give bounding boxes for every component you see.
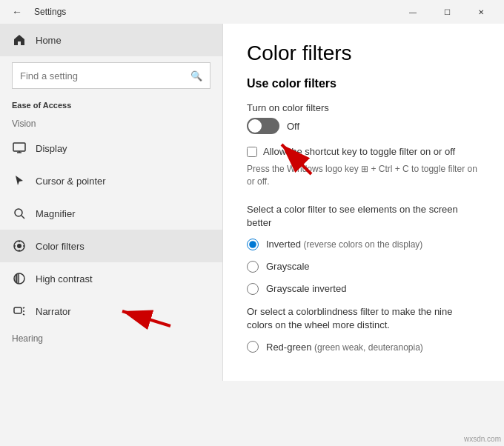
radio-grayscale[interactable]: Grayscale (247, 261, 480, 273)
colorblind-label: Or select a colorblindness filter to mak… (247, 305, 480, 332)
select-filter-label: Select a color filter to see elements on… (247, 203, 480, 230)
sidebar-color-filters-label: Color filters (36, 241, 84, 252)
svg-rect-16 (14, 307, 21, 313)
high-contrast-icon (12, 271, 27, 286)
toggle-state-label: Off (287, 121, 299, 132)
watermark: wxsdn.com (464, 435, 501, 443)
narrator-icon (12, 304, 27, 319)
sidebar-high-contrast-label: High contrast (36, 273, 93, 284)
radio-grayscale-inverted-label: Grayscale inverted (266, 283, 346, 294)
radio-grayscale-inverted-input[interactable] (247, 283, 259, 295)
shortcut-hint: Press the Windows logo key ⊞ + Ctrl + C … (247, 163, 480, 188)
sidebar-narrator-label: Narrator (36, 306, 71, 317)
minimize-button[interactable]: — (396, 0, 430, 24)
svg-line-4 (21, 216, 24, 219)
radio-grayscale-label: Grayscale (266, 261, 310, 272)
radio-red-green[interactable]: Red-green (green weak, deuteranopia) (247, 341, 480, 353)
home-icon (12, 33, 27, 47)
sidebar-item-magnifier[interactable]: Magnifier (0, 197, 222, 230)
hearing-label: Hearing (0, 327, 222, 347)
back-button[interactable]: ← (6, 3, 28, 21)
sidebar-item-high-contrast[interactable]: High contrast (0, 262, 222, 295)
shortcut-checkbox[interactable] (247, 147, 257, 157)
sidebar-item-home[interactable]: Home (0, 24, 222, 56)
titlebar-controls: — ☐ ✕ (396, 0, 498, 24)
search-input[interactable] (13, 70, 183, 81)
sidebar-item-color-filters[interactable]: Color filters (0, 230, 222, 262)
sidebar-home-label: Home (36, 35, 62, 46)
svg-rect-0 (13, 143, 25, 151)
radio-inverted[interactable]: Inverted (reverse colors on the display) (247, 239, 480, 250)
radio-grayscale-input[interactable] (247, 261, 259, 273)
close-button[interactable]: ✕ (464, 0, 498, 24)
svg-line-19 (23, 314, 24, 315)
titlebar: ← Settings — ☐ ✕ (0, 0, 504, 24)
toggle-container: Off (247, 118, 480, 134)
content-area: Color filters Use color filters Turn on … (223, 24, 504, 381)
radio-inverted-input[interactable] (247, 239, 259, 250)
radio-grayscale-inverted[interactable]: Grayscale inverted (247, 283, 480, 295)
ease-of-access-label: Ease of Access (0, 95, 222, 113)
restore-button[interactable]: ☐ (430, 0, 464, 24)
search-box[interactable]: 🔍 (12, 62, 210, 89)
radio-red-green-input[interactable] (247, 341, 259, 353)
shortcut-checkbox-row: Allow the shortcut key to toggle filter … (247, 146, 480, 157)
sidebar-magnifier-label: Magnifier (36, 208, 75, 219)
sidebar-item-cursor[interactable]: Cursor & pointer (0, 164, 222, 197)
vision-label: Vision (0, 113, 222, 132)
color-filter-toggle[interactable] (247, 118, 279, 134)
magnifier-icon (12, 206, 27, 221)
use-subtitle: Use color filters (247, 77, 480, 90)
sidebar-item-narrator[interactable]: Narrator (0, 295, 222, 327)
toggle-knob (248, 119, 262, 133)
svg-point-6 (17, 244, 21, 248)
svg-line-17 (23, 307, 24, 308)
search-icon: 🔍 (183, 70, 210, 81)
sidebar-cursor-label: Cursor & pointer (36, 176, 106, 187)
shortcut-label: Allow the shortcut key to toggle filter … (263, 146, 455, 157)
radio-inverted-label: Inverted (reverse colors on the display) (266, 239, 422, 250)
sidebar-display-label: Display (36, 143, 67, 154)
sidebar-item-display[interactable]: Display (0, 132, 222, 164)
color-filters-icon (12, 239, 27, 253)
display-icon (12, 141, 27, 156)
sidebar: Home 🔍 Ease of Access Vision (0, 24, 222, 381)
turn-on-label: Turn on color filters (247, 102, 480, 113)
page-title: Color filters (247, 41, 480, 65)
titlebar-title: Settings (34, 7, 66, 17)
cursor-icon (12, 173, 27, 188)
radio-red-green-label: Red-green (green weak, deuteranopia) (266, 342, 423, 353)
svg-point-3 (15, 209, 22, 216)
